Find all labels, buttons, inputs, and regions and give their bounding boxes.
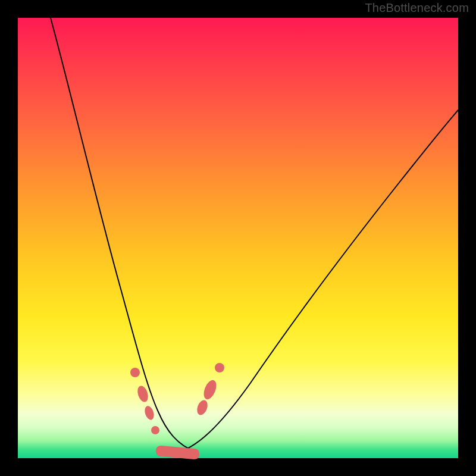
left-curve bbox=[51, 18, 196, 452]
marker-segment bbox=[156, 446, 199, 459]
marker-dot bbox=[143, 405, 156, 421]
curves-layer bbox=[18, 18, 458, 458]
marker-dot bbox=[201, 378, 218, 401]
right-curve bbox=[173, 110, 458, 454]
watermark-text: TheBottleneck.com bbox=[365, 1, 469, 15]
marker-dot bbox=[136, 384, 150, 403]
marker-dot bbox=[130, 368, 140, 377]
marker-dot bbox=[215, 363, 224, 372]
marker-dot bbox=[151, 426, 159, 434]
marker-dot bbox=[195, 399, 209, 416]
plot-area bbox=[18, 18, 458, 458]
